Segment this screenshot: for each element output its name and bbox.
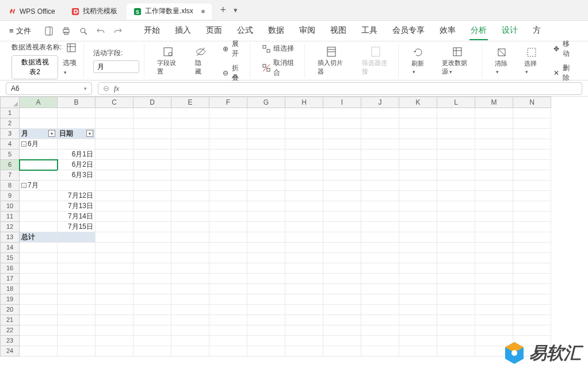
cell[interactable]: [361, 201, 399, 212]
cell[interactable]: [209, 243, 247, 253]
cell[interactable]: [437, 212, 475, 222]
cell[interactable]: [171, 160, 209, 170]
row-header[interactable]: 14: [0, 243, 20, 253]
filter-icon[interactable]: ▼: [48, 130, 55, 137]
column-header[interactable]: I: [323, 97, 361, 108]
cell[interactable]: [475, 294, 513, 305]
cell[interactable]: [323, 160, 361, 170]
move-button[interactable]: ✥移动: [550, 38, 576, 60]
row-header[interactable]: 6: [0, 160, 20, 170]
cell[interactable]: [323, 149, 361, 160]
cell[interactable]: [209, 294, 247, 305]
cell[interactable]: [58, 263, 96, 274]
cell[interactable]: [513, 263, 551, 274]
cell[interactable]: [171, 181, 209, 191]
cell[interactable]: [361, 325, 399, 336]
cell[interactable]: [20, 201, 58, 212]
menu-tab-view[interactable]: 视图: [329, 22, 348, 40]
cell[interactable]: [399, 305, 437, 315]
cell[interactable]: 总计: [20, 232, 58, 243]
cell[interactable]: [285, 263, 323, 274]
cell[interactable]: [171, 346, 209, 356]
cell[interactable]: 月▼: [20, 129, 58, 139]
cell[interactable]: [437, 201, 475, 212]
select-all-corner[interactable]: [0, 97, 20, 108]
cell[interactable]: 6月3日: [58, 170, 96, 181]
cell[interactable]: [133, 191, 171, 201]
cell[interactable]: [513, 305, 551, 315]
cell[interactable]: [171, 222, 209, 232]
cell[interactable]: [285, 170, 323, 181]
row-header[interactable]: 17: [0, 274, 20, 284]
cell[interactable]: [361, 346, 399, 356]
cell[interactable]: [171, 212, 209, 222]
cell[interactable]: [20, 149, 58, 160]
row-header[interactable]: 3: [0, 129, 20, 139]
column-header[interactable]: F: [209, 97, 247, 108]
cell[interactable]: [285, 108, 323, 118]
cell[interactable]: [437, 181, 475, 191]
cell[interactable]: [20, 243, 58, 253]
cell[interactable]: [247, 253, 285, 263]
cell[interactable]: [399, 212, 437, 222]
field-settings-button[interactable]: 字段设置: [154, 45, 182, 77]
cell[interactable]: [323, 139, 361, 149]
cell[interactable]: [133, 181, 171, 191]
cell[interactable]: [285, 284, 323, 294]
cell[interactable]: 7月12日: [58, 191, 96, 201]
cell[interactable]: [361, 108, 399, 118]
cell[interactable]: [513, 212, 551, 222]
cell[interactable]: [96, 305, 133, 315]
cell[interactable]: [209, 212, 247, 222]
cell[interactable]: -7月: [20, 181, 58, 191]
cell[interactable]: [247, 139, 285, 149]
cell[interactable]: [399, 170, 437, 181]
row-header[interactable]: 24: [0, 346, 20, 356]
cell[interactable]: [58, 305, 96, 315]
cell[interactable]: [96, 243, 133, 253]
cell[interactable]: [58, 284, 96, 294]
cell[interactable]: [399, 346, 437, 356]
cell[interactable]: [96, 191, 133, 201]
group-select-button[interactable]: 组选择: [259, 43, 300, 55]
cell[interactable]: [247, 160, 285, 170]
cell[interactable]: [475, 253, 513, 263]
cell[interactable]: [247, 108, 285, 118]
cell[interactable]: [323, 305, 361, 315]
row-header[interactable]: 20: [0, 305, 20, 315]
row-header[interactable]: 15: [0, 253, 20, 263]
cell[interactable]: [133, 274, 171, 284]
cell[interactable]: [247, 346, 285, 356]
cell[interactable]: [475, 315, 513, 325]
delete-button[interactable]: ✕删除: [550, 62, 576, 84]
cell[interactable]: [285, 222, 323, 232]
tab-wps-office[interactable]: WPS Office: [1, 3, 62, 20]
cell[interactable]: [247, 336, 285, 346]
insert-slicer-button[interactable]: 插入切片器: [314, 45, 349, 77]
cell[interactable]: [399, 284, 437, 294]
cell[interactable]: [133, 325, 171, 336]
cell[interactable]: [437, 232, 475, 243]
cell[interactable]: [20, 346, 58, 356]
cell[interactable]: [285, 181, 323, 191]
cell[interactable]: [285, 149, 323, 160]
filter-icon[interactable]: ▼: [86, 130, 93, 137]
cell[interactable]: [209, 232, 247, 243]
cell[interactable]: [247, 170, 285, 181]
column-header[interactable]: A: [20, 97, 58, 108]
cell[interactable]: [96, 212, 133, 222]
cancel-formula-icon[interactable]: ⊖: [103, 84, 109, 93]
cell[interactable]: [133, 139, 171, 149]
cell[interactable]: [437, 325, 475, 336]
cell[interactable]: [323, 243, 361, 253]
formula-input-area[interactable]: ⊖ fx: [98, 82, 582, 95]
cell[interactable]: [209, 181, 247, 191]
cell[interactable]: [247, 212, 285, 222]
cell[interactable]: [361, 118, 399, 129]
column-header[interactable]: B: [58, 97, 96, 108]
column-header[interactable]: M: [475, 97, 513, 108]
row-header[interactable]: 5: [0, 149, 20, 160]
cell[interactable]: [209, 274, 247, 284]
row-header[interactable]: 19: [0, 294, 20, 305]
file-menu[interactable]: ≡ 文件: [5, 24, 36, 39]
